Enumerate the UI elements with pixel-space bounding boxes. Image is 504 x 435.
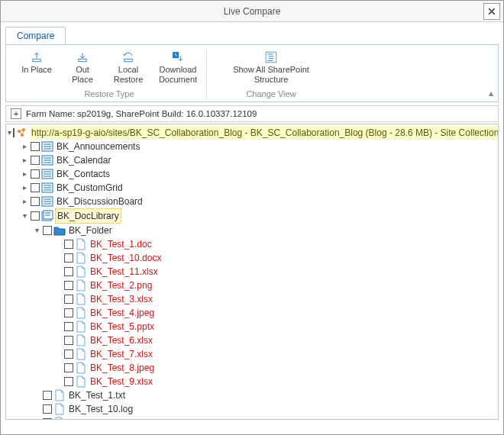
tree: ▾ http://a-sp19-g-aio/sites/BK_SC_Collab…	[6, 124, 498, 420]
tree-list-item[interactable]: ▸BK_Contacts	[8, 167, 495, 181]
tree-file-item[interactable]: ·BK_Test_4.jpeg	[8, 306, 495, 320]
close-button[interactable]: ✕	[483, 3, 500, 20]
checkbox[interactable]	[31, 142, 40, 151]
titlebar: Live Compare ✕	[1, 1, 503, 22]
checkbox[interactable]	[43, 226, 52, 235]
svg-rect-1	[79, 59, 86, 61]
expander-icon[interactable]: ▸	[20, 195, 29, 208]
expander-icon[interactable]: ▸	[20, 153, 29, 167]
expander-icon[interactable]: ▸	[20, 181, 29, 195]
tree-file-label: BK_Test_11.xlsx	[89, 265, 160, 279]
status-expand-button[interactable]: +	[11, 108, 21, 119]
tree-file-item[interactable]: ·BK_Test_11.xlsx	[8, 265, 495, 279]
expander-icon[interactable]: ▾	[8, 126, 11, 140]
checkbox[interactable]	[64, 240, 73, 249]
tab-strip: Compare	[1, 22, 503, 44]
checkbox[interactable]	[64, 253, 73, 263]
download-document-icon: S	[172, 51, 184, 63]
tree-file-item[interactable]: ·BK_Test_11.doc	[8, 416, 495, 420]
file-icon	[75, 321, 87, 333]
checkbox[interactable]	[64, 308, 73, 317]
tree-file-item[interactable]: ·BK_Test_10.docx	[8, 251, 495, 265]
file-icon	[75, 348, 87, 360]
checkbox[interactable]	[64, 281, 73, 290]
expander-icon[interactable]: ▸	[20, 167, 29, 181]
tree-file-item[interactable]: ·BK_Test_5.pptx	[8, 320, 495, 334]
checkbox[interactable]	[31, 211, 40, 221]
show-all-structure-button[interactable]: Show All SharePoint Structure	[225, 50, 317, 88]
in-place-button[interactable]: In Place	[17, 50, 57, 88]
expander-spacer: ·	[53, 320, 63, 334]
expander-icon[interactable]: ▾	[32, 224, 41, 237]
tree-file-item[interactable]: ·BK_Test_6.xlsx	[8, 334, 495, 347]
download-document-button[interactable]: S Download Document	[154, 50, 202, 88]
tree-list-item[interactable]: ▸BK_DiscussionBoard	[8, 195, 495, 208]
out-place-button[interactable]: Out Place	[63, 50, 102, 88]
checkbox[interactable]	[43, 391, 52, 400]
tree-doclibrary[interactable]: ▾ BK_DocLibrary	[8, 208, 495, 224]
tree-list-item[interactable]: ▸BK_CustomGrid	[8, 181, 495, 195]
site-collection-icon	[16, 127, 28, 139]
tree-file-item[interactable]: ·BK_Test_1.txt	[8, 388, 495, 402]
checkbox[interactable]	[31, 197, 40, 206]
svg-rect-0	[33, 59, 40, 61]
tree-scroll[interactable]: ▾ http://a-sp19-g-aio/sites/BK_SC_Collab…	[5, 124, 499, 420]
expander-spacer: ·	[32, 388, 41, 402]
tree-file-item[interactable]: ·BK_Test_8.jpeg	[8, 361, 495, 375]
checkbox[interactable]	[43, 418, 52, 420]
tree-item-label: BK_Announcements	[55, 140, 141, 153]
tree-file-label: BK_Test_8.jpeg	[89, 361, 156, 375]
checkbox[interactable]	[64, 322, 73, 331]
tree-file-label: BK_Test_10.log	[67, 402, 134, 416]
tree-root[interactable]: ▾ http://a-sp19-g-aio/sites/BK_SC_Collab…	[8, 126, 495, 140]
list-icon	[41, 140, 53, 153]
tree-file-item[interactable]: ·BK_Test_9.xlsx	[8, 375, 495, 388]
in-place-icon	[31, 51, 43, 63]
tree-file-item[interactable]: ·BK_Test_10.log	[8, 402, 495, 416]
tree-file-label: BK_Test_6.xlsx	[89, 334, 154, 347]
ribbon-collapse-button[interactable]: ▴	[489, 88, 493, 98]
tab-compare[interactable]: Compare	[5, 27, 66, 44]
checkbox[interactable]	[31, 183, 40, 192]
local-restore-label: Local Restore	[110, 65, 147, 85]
checkbox[interactable]	[43, 404, 52, 414]
checkbox[interactable]	[64, 295, 73, 304]
ribbon-buttons-restore: In Place Out Place Local Restore S Downl…	[17, 50, 202, 88]
tree-item-label: BK_CustomGrid	[55, 181, 124, 195]
checkbox[interactable]	[64, 336, 73, 345]
checkbox[interactable]	[31, 169, 40, 179]
ribbon-group-restore: In Place Out Place Local Restore S Downl…	[12, 50, 207, 100]
tree-file-item[interactable]: ·BK_Test_2.png	[8, 279, 495, 292]
checkbox[interactable]	[64, 377, 73, 386]
file-icon	[75, 334, 87, 346]
checkbox[interactable]	[64, 363, 73, 372]
local-restore-button[interactable]: Local Restore	[108, 50, 148, 88]
file-icon	[75, 375, 87, 388]
file-icon	[75, 252, 87, 264]
tree-file-item[interactable]: ·BK_Test_7.xlsx	[8, 347, 495, 361]
file-icon	[75, 307, 87, 319]
file-icon	[75, 238, 87, 250]
tree-root-label: http://a-sp19-g-aio/sites/BK_SC_Collabor…	[30, 126, 499, 140]
expander-spacer: ·	[53, 306, 63, 320]
checkbox[interactable]	[31, 156, 40, 165]
expander-spacer: ·	[53, 375, 63, 388]
tree-list-item[interactable]: ▸BK_Calendar	[8, 153, 495, 167]
tree-file-label: BK_Test_4.jpeg	[89, 306, 156, 320]
tree-list-item[interactable]: ▸BK_Announcements	[8, 140, 495, 153]
tree-file-item[interactable]: ·BK_Test_1.doc	[8, 237, 495, 251]
checkbox[interactable]	[64, 350, 73, 359]
expander-icon[interactable]: ▸	[20, 140, 29, 153]
checkbox[interactable]	[64, 267, 73, 276]
checkbox[interactable]	[13, 128, 15, 137]
expander-spacer: ·	[53, 279, 63, 292]
tree-file-item[interactable]: ·BK_Test_3.xlsx	[8, 292, 495, 306]
out-place-label: Out Place	[64, 65, 101, 85]
expander-icon[interactable]: ▾	[20, 209, 29, 223]
list-icon	[41, 195, 53, 208]
expander-spacer: ·	[53, 237, 63, 251]
tree-folder[interactable]: ▾ BK_Folder	[8, 224, 495, 237]
out-place-icon	[76, 51, 89, 63]
ribbon-group-restore-label: Restore Type	[84, 88, 134, 100]
ribbon-buttons-view: Show All SharePoint Structure	[225, 50, 317, 88]
